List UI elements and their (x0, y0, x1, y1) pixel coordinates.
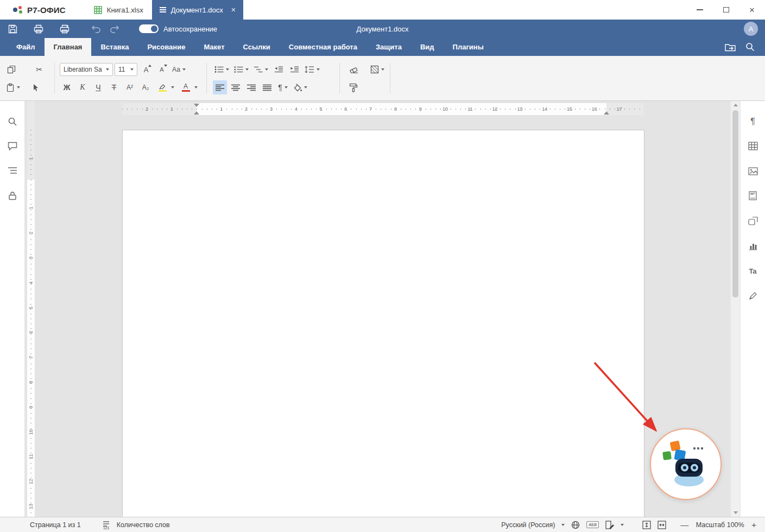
textart-settings-button[interactable]: Ta (744, 262, 762, 280)
undo-button[interactable] (88, 22, 104, 36)
superscript-button[interactable]: А² (123, 80, 137, 94)
menu-tab-protection[interactable]: Защита (366, 38, 411, 56)
clear-style-button[interactable] (346, 62, 361, 77)
bold-button[interactable]: Ж (60, 80, 74, 94)
document-page[interactable] (122, 130, 644, 517)
comment-icon (8, 142, 17, 151)
print-button[interactable] (30, 22, 47, 36)
decrease-font-button[interactable]: А (155, 62, 169, 77)
multilevel-list-button[interactable] (252, 62, 270, 77)
highlight-color-button[interactable] (154, 80, 176, 94)
paragraph-shading-button[interactable] (292, 80, 309, 94)
zoom-in-button[interactable]: + (751, 520, 756, 529)
select-all-button[interactable] (29, 80, 43, 94)
quick-print-button[interactable] (56, 22, 73, 36)
navigation-button[interactable] (4, 162, 21, 179)
increase-font-button[interactable]: А (139, 62, 153, 77)
zoom-level-label[interactable]: Масштаб 100% (695, 521, 745, 529)
redo-button[interactable] (106, 22, 123, 36)
font-size-select[interactable]: 11 (115, 63, 137, 76)
vertical-scrollbar[interactable] (731, 101, 740, 517)
paragraph-settings-button[interactable]: ¶ (744, 113, 762, 130)
font-color-button[interactable]: А (178, 80, 199, 94)
quick-access-toolbar: Автосохранение Документ1.docx A (0, 20, 765, 38)
menu-tab-plugins[interactable]: Плагины (444, 38, 493, 56)
find-replace-button[interactable] (4, 113, 21, 130)
style-tools-group (346, 62, 386, 94)
menu-tab-layout[interactable]: Макет (194, 38, 233, 56)
shape-settings-button[interactable] (744, 212, 762, 230)
spell-check-button[interactable]: АБВ (586, 521, 599, 528)
autosave-toggle[interactable] (139, 24, 159, 33)
cut-button[interactable]: ✂ (32, 62, 46, 77)
align-center-button[interactable] (229, 80, 243, 94)
menu-tab-home[interactable]: Главная (45, 38, 92, 56)
scroll-up-button[interactable] (731, 101, 740, 109)
fit-page-button[interactable] (642, 521, 651, 529)
vertical-ruler[interactable]: 1 12345678910111213 (27, 101, 35, 517)
paste-button[interactable] (4, 80, 22, 94)
minimize-button[interactable] (687, 0, 713, 20)
line-spacing-button[interactable] (303, 62, 321, 77)
table-settings-button[interactable] (744, 137, 762, 155)
menu-tab-insert[interactable]: Вставка (91, 38, 138, 56)
close-button[interactable]: × (739, 0, 765, 20)
menu-tab-draw[interactable]: Рисование (138, 38, 194, 56)
subscript-button[interactable]: А₂ (138, 80, 153, 94)
font-name-select[interactable]: Liberation Sa (60, 63, 113, 76)
chevron-down-icon (265, 68, 268, 71)
copy-button[interactable] (4, 62, 18, 77)
clipboard-group: ✂ (4, 62, 46, 94)
search-button[interactable] (740, 40, 760, 54)
strikethrough-button[interactable]: Т (107, 80, 121, 94)
right-indent-marker[interactable] (604, 109, 609, 115)
numbered-list-button[interactable] (232, 62, 250, 77)
horizontal-ruler[interactable]: 21 1234567891011121314151617 (122, 103, 643, 115)
scrollbar-thumb[interactable] (732, 110, 738, 297)
image-settings-button[interactable] (744, 162, 762, 180)
bullet-list-button[interactable] (213, 62, 231, 77)
language-select[interactable]: Русский (Россия) (501, 521, 565, 529)
protection-button[interactable] (4, 187, 21, 204)
tab-spreadsheet[interactable]: Книга1.xlsx (85, 0, 152, 20)
user-avatar[interactable]: A (744, 22, 758, 36)
align-justify-button[interactable] (260, 80, 274, 94)
chevron-down-icon (304, 86, 307, 88)
nonprinting-chars-button[interactable]: ¶ (276, 80, 290, 94)
maximize-icon (723, 7, 729, 12)
menu-tab-view[interactable]: Вид (411, 38, 444, 56)
borders-shading-button[interactable] (369, 62, 386, 77)
comments-button[interactable] (4, 137, 21, 155)
minimize-icon (697, 9, 703, 10)
copy-style-button[interactable] (346, 80, 361, 94)
decrease-indent-button[interactable] (271, 62, 286, 77)
italic-button[interactable]: К (75, 80, 90, 94)
change-case-button[interactable]: Аа (170, 62, 187, 77)
chart-settings-button[interactable] (744, 237, 762, 255)
maximize-button[interactable] (713, 0, 739, 20)
left-sidebar (0, 101, 25, 517)
tab-document-active[interactable]: Документ1.docx × (152, 0, 243, 20)
ruler-number: 6 (27, 328, 35, 336)
header-footer-settings-button[interactable] (744, 187, 762, 204)
increase-indent-button[interactable] (287, 62, 301, 77)
set-language-button[interactable] (571, 521, 580, 529)
close-tab-icon[interactable]: × (231, 6, 236, 14)
track-changes-button[interactable] (605, 521, 624, 529)
open-file-location-button[interactable] (720, 40, 740, 54)
zoom-out-button[interactable]: — (680, 520, 688, 529)
menu-tab-file[interactable]: Файл (0, 38, 45, 56)
menu-tab-references[interactable]: Ссылки (234, 38, 280, 56)
menu-tab-collaboration[interactable]: Совместная работа (280, 38, 366, 56)
align-right-button[interactable] (244, 80, 258, 94)
left-indent-marker[interactable] (194, 109, 199, 115)
save-button[interactable] (4, 22, 21, 36)
signature-settings-button[interactable] (744, 287, 762, 305)
word-count-button[interactable]: 123 Количество слов (103, 521, 170, 529)
underline-button[interactable]: Ч (91, 80, 105, 94)
ai-assistant-button[interactable] (650, 428, 722, 500)
page-number-indicator[interactable]: Страница 1 из 1 (30, 521, 81, 529)
fit-width-button[interactable] (657, 521, 666, 529)
scroll-down-button[interactable] (731, 509, 740, 517)
align-left-button[interactable] (213, 80, 227, 94)
